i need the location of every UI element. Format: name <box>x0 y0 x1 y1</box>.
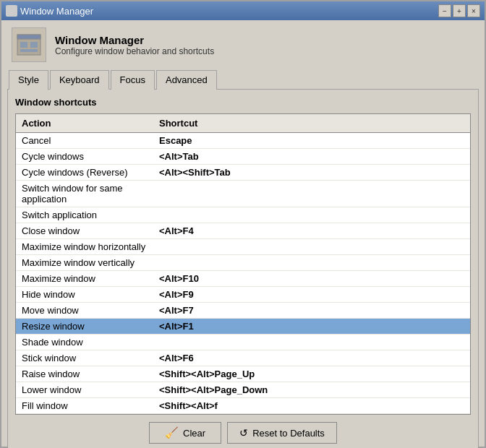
row-shortcut: <Shift><Alt>Page_Up <box>153 366 470 382</box>
table-row[interactable]: Maximize window horizontally <box>16 239 470 255</box>
row-action: Cycle windows (Reverse) <box>16 165 153 180</box>
row-action: Stick window <box>16 350 153 366</box>
tab-style[interactable]: Style <box>9 70 48 90</box>
action-buttons: 🧹 Clear ↺ Reset to Defaults <box>15 415 471 447</box>
table-row[interactable]: Move window<Alt>F7 <box>16 303 470 319</box>
table-row[interactable]: Lower window<Shift><Alt>Page_Down <box>16 382 470 398</box>
header-text: Window Manager Configure window behavior… <box>55 34 214 56</box>
shortcuts-table: Action Shortcut CancelEscapeCycle window… <box>15 113 471 415</box>
table-row[interactable]: Stick window<Alt>F6 <box>16 350 470 366</box>
row-shortcut: <Alt>F7 <box>153 303 470 318</box>
row-action: Maximize window vertically <box>16 255 153 270</box>
row-shortcut: <Alt>F9 <box>153 287 470 302</box>
clear-button[interactable]: 🧹 Clear <box>149 422 221 444</box>
app-subtitle: Configure window behavior and shortcuts <box>55 46 214 56</box>
row-shortcut <box>153 255 470 270</box>
row-action: Maximize window <box>16 271 153 286</box>
row-action: Switch window for same application <box>16 181 153 207</box>
row-action: Switch application <box>16 207 153 223</box>
row-action: Maximize window horizontally <box>16 239 153 254</box>
tabs: Style Keyboard Focus Advanced <box>1 69 485 89</box>
row-action: Fill window <box>16 398 153 413</box>
svg-rect-1 <box>17 35 40 39</box>
row-action: Hide window <box>16 287 153 302</box>
table-row[interactable]: Switch application <box>16 207 470 223</box>
broom-icon: 🧹 <box>165 426 179 439</box>
table-header: Action Shortcut <box>16 114 470 133</box>
window: Window Manager − + × Window Manager Conf… <box>0 0 486 448</box>
svg-rect-3 <box>30 42 38 48</box>
svg-rect-4 <box>20 49 38 52</box>
col-header-shortcut: Shortcut <box>153 116 470 130</box>
app-header-icon <box>12 27 46 62</box>
row-shortcut: <Alt><Shift>Tab <box>153 165 470 180</box>
section-title: Window shortcuts <box>15 97 471 108</box>
reset-defaults-button[interactable]: ↺ Reset to Defaults <box>227 422 337 444</box>
row-shortcut: <Alt>F4 <box>153 223 470 238</box>
header: Window Manager Configure window behavior… <box>1 20 485 69</box>
table-row[interactable]: Cycle windows (Reverse)<Alt><Shift>Tab <box>16 165 470 181</box>
titlebar-buttons: − + × <box>438 4 480 17</box>
clear-label: Clear <box>183 428 205 439</box>
table-row[interactable]: Fill window<Shift><Alt>f <box>16 398 470 414</box>
row-shortcut: <Alt>F1 <box>153 319 470 334</box>
row-shortcut: <Alt>F6 <box>153 350 470 366</box>
row-shortcut: Escape <box>153 133 470 148</box>
table-row[interactable]: Maximize window vertically <box>16 255 470 271</box>
row-action: Raise window <box>16 366 153 382</box>
close-window-button[interactable]: × <box>467 4 480 17</box>
app-icon <box>6 5 17 17</box>
row-action: Lower window <box>16 382 153 397</box>
row-shortcut <box>153 181 470 207</box>
row-action: Cycle windows <box>16 149 153 164</box>
row-action: Cancel <box>16 133 153 148</box>
row-action: Shade window <box>16 335 153 350</box>
table-row[interactable]: Cycle windows<Alt>Tab <box>16 149 470 165</box>
minimize-button[interactable]: − <box>438 4 451 17</box>
titlebar-title: Window Manager <box>20 6 93 17</box>
row-shortcut <box>153 335 470 350</box>
content-area: Window shortcuts Action Shortcut CancelE… <box>7 89 479 448</box>
tab-keyboard[interactable]: Keyboard <box>50 70 109 90</box>
row-shortcut <box>153 239 470 254</box>
maximize-button[interactable]: + <box>453 4 466 17</box>
tab-advanced[interactable]: Advanced <box>156 70 217 90</box>
table-row[interactable]: Shade window <box>16 335 470 350</box>
row-action: Resize window <box>16 319 153 334</box>
svg-rect-2 <box>20 42 27 48</box>
tab-focus[interactable]: Focus <box>111 70 155 90</box>
row-action: Close window <box>16 223 153 238</box>
reset-icon: ↺ <box>239 427 248 439</box>
row-action: Move window <box>16 303 153 318</box>
table-row[interactable]: Maximize window<Alt>F10 <box>16 271 470 287</box>
table-row[interactable]: Close window<Alt>F4 <box>16 223 470 239</box>
row-shortcut: <Alt>Tab <box>153 149 470 164</box>
table-body[interactable]: CancelEscapeCycle windows<Alt>TabCycle w… <box>16 133 470 414</box>
table-row[interactable]: Switch window for same application <box>16 181 470 207</box>
col-header-action: Action <box>16 116 153 130</box>
app-title: Window Manager <box>55 34 214 46</box>
row-shortcut: <Shift><Alt>f <box>153 398 470 413</box>
table-row[interactable]: Hide window<Alt>F9 <box>16 287 470 303</box>
row-shortcut <box>153 207 470 223</box>
table-row[interactable]: CancelEscape <box>16 133 470 149</box>
row-shortcut: <Alt>F10 <box>153 271 470 286</box>
table-row[interactable]: Raise window<Shift><Alt>Page_Up <box>16 366 470 382</box>
row-shortcut: <Shift><Alt>Page_Down <box>153 382 470 397</box>
reset-label: Reset to Defaults <box>252 428 325 439</box>
titlebar: Window Manager − + × <box>1 1 485 20</box>
table-row[interactable]: Resize window<Alt>F1 <box>16 319 470 335</box>
